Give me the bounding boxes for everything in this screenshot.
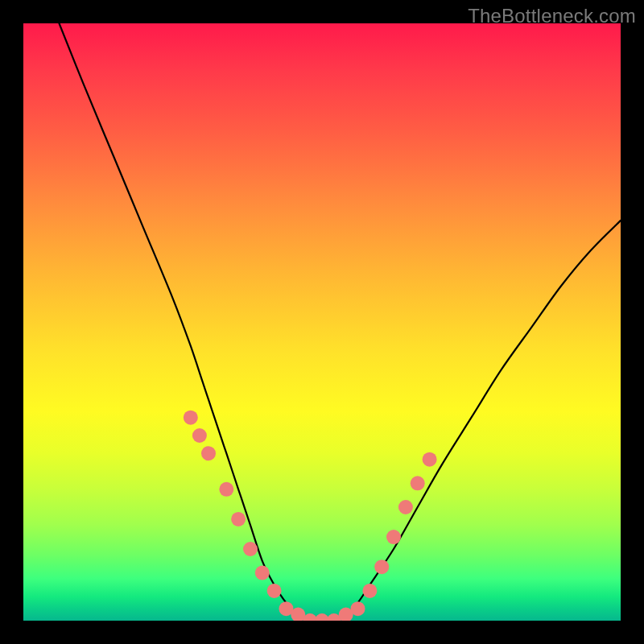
highlight-dot	[192, 428, 207, 443]
chart-frame: TheBottleneck.com	[0, 0, 644, 644]
highlight-dot	[184, 411, 198, 425]
highlight-dot	[374, 559, 389, 574]
highlight-dot	[255, 566, 270, 580]
bottleneck-curve	[60, 23, 621, 621]
highlight-dot	[201, 446, 216, 460]
highlight-dot	[362, 584, 377, 598]
highlight-dot	[219, 482, 233, 497]
highlight-dot	[351, 601, 365, 616]
highlight-dots-group	[184, 411, 437, 621]
highlight-dot	[243, 542, 258, 556]
plot-area	[23, 23, 621, 621]
highlight-dot	[386, 530, 401, 544]
curve-overlay	[23, 23, 621, 621]
watermark-text: TheBottleneck.com	[468, 5, 636, 27]
highlight-dot	[231, 512, 246, 526]
highlight-dot	[411, 476, 425, 490]
highlight-dot	[423, 452, 437, 467]
highlight-dot	[398, 500, 413, 514]
highlight-dot	[267, 584, 282, 598]
